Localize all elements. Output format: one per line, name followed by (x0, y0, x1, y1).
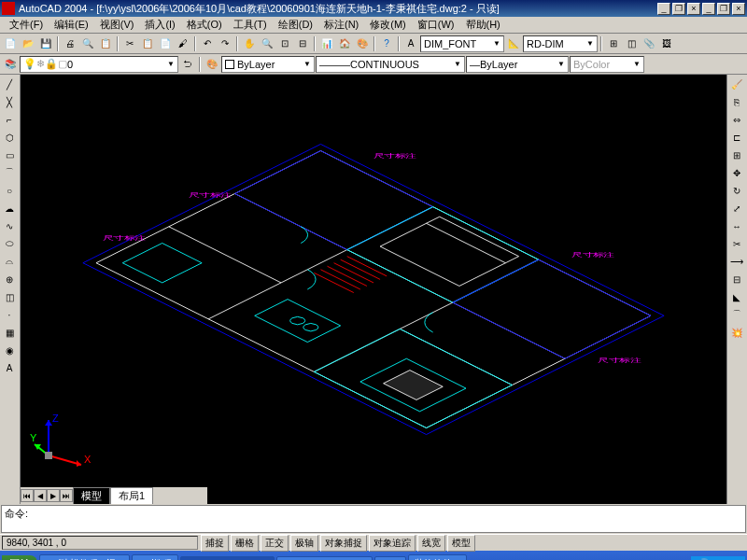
color-icon[interactable]: 🎨 (204, 56, 220, 73)
menu-view[interactable]: 视图(V) (94, 17, 140, 33)
command-line[interactable]: 命令: (1, 505, 746, 533)
help-icon[interactable]: ? (378, 35, 395, 52)
menu-help[interactable]: 帮助(H) (460, 17, 506, 33)
tab-layout1[interactable]: 布局1 (110, 487, 153, 505)
menu-modify[interactable]: 修改(M) (364, 17, 412, 33)
xline-icon[interactable]: ╳ (1, 93, 18, 110)
menu-edit[interactable]: 编辑(E) (49, 17, 94, 33)
pline-icon[interactable]: ⌐ (1, 111, 18, 128)
ellipse-icon[interactable]: ⬭ (1, 235, 18, 252)
fillet-icon[interactable]: ⌒ (728, 306, 745, 323)
block-icon[interactable]: ◫ (623, 35, 640, 52)
rectangle-icon[interactable]: ▭ (1, 147, 18, 163)
move-icon[interactable]: ✥ (728, 164, 745, 181)
scale-icon[interactable]: ⤢ (728, 200, 745, 217)
tab-last-icon[interactable]: ⏭ (60, 489, 73, 502)
drawing-canvas[interactable]: 尺寸标注 尺寸标注 尺寸标注 尺寸标注 尺寸标注 X Y Z (21, 75, 726, 504)
hatch-icon[interactable]: ▦ (1, 324, 18, 341)
dim-style-icon[interactable]: 📐 (505, 35, 522, 52)
lineweight-dropdown[interactable]: — ByLayer ▼ (466, 56, 569, 73)
array-icon[interactable]: ⊞ (728, 147, 745, 163)
tab-first-icon[interactable]: ⏮ (21, 489, 34, 502)
trim-icon[interactable]: ✂ (728, 235, 745, 252)
tool-palette-icon[interactable]: 🎨 (354, 35, 371, 52)
save-icon[interactable]: 💾 (37, 35, 54, 52)
menu-dimension[interactable]: 标注(N) (318, 17, 364, 33)
image-icon[interactable]: 🖼 (658, 35, 675, 52)
publish-icon[interactable]: 📋 (97, 35, 114, 52)
model-toggle[interactable]: 模型 (447, 535, 475, 552)
polygon-icon[interactable]: ⬡ (1, 129, 18, 146)
cut-icon[interactable]: ✂ (121, 35, 138, 52)
revcloud-icon[interactable]: ☁ (1, 200, 18, 217)
tab-next-icon[interactable]: ▶ (47, 489, 60, 502)
insert-block-icon[interactable]: ⊕ (1, 271, 18, 287)
close-button[interactable]: × (687, 3, 700, 15)
preview-icon[interactable]: 🔍 (79, 35, 96, 52)
tab-prev-icon[interactable]: ◀ (34, 489, 47, 502)
minimize-button[interactable]: _ (657, 3, 670, 15)
text-icon[interactable]: A (1, 359, 18, 376)
stretch-icon[interactable]: ↔ (728, 217, 745, 234)
layer-prev-icon[interactable]: ⮌ (179, 56, 196, 73)
grid-toggle[interactable]: 栅格 (231, 535, 259, 552)
point-icon[interactable]: · (1, 306, 18, 323)
mirror-icon[interactable]: ⇔ (728, 111, 745, 128)
arc-icon[interactable]: ⌒ (1, 164, 18, 181)
color-dropdown[interactable]: ByLayer ▼ (221, 56, 315, 73)
rotate-icon[interactable]: ↻ (728, 182, 745, 199)
open-icon[interactable]: 📂 (20, 35, 36, 52)
start-button[interactable]: 开始 (2, 555, 37, 561)
line-icon[interactable]: ╱ (1, 76, 18, 92)
pan-icon[interactable]: ✋ (241, 35, 258, 52)
plotstyle-dropdown[interactable]: ByColor ▼ (570, 56, 644, 73)
layer-manager-icon[interactable]: 📚 (2, 56, 19, 73)
zoom-win-icon[interactable]: ⊡ (276, 35, 293, 52)
menu-insert[interactable]: 插入(I) (139, 17, 180, 33)
taskbar-item[interactable]: 装饰软件... (408, 554, 466, 560)
explode-icon[interactable]: 💥 (728, 324, 745, 341)
spline-icon[interactable]: ∿ (1, 217, 18, 234)
menu-format[interactable]: 格式(O) (181, 17, 228, 33)
doc-restore-button[interactable]: ❐ (717, 3, 730, 15)
print-icon[interactable]: 🖨 (62, 35, 78, 52)
taskbar-item[interactable]: ACDSee v3.1 - 20... (276, 556, 373, 561)
dim-style-dropdown[interactable]: RD-DIM ▼ (523, 35, 598, 52)
ellipse-arc-icon[interactable]: ⌓ (1, 253, 18, 270)
tab-model[interactable]: 模型 (73, 487, 110, 505)
doc-close-button[interactable]: × (732, 3, 745, 15)
chamfer-icon[interactable]: ◣ (728, 288, 745, 305)
osnap-toggle[interactable]: 对象捕捉 (320, 535, 367, 552)
make-block-icon[interactable]: ◫ (1, 288, 18, 305)
zoom-rt-icon[interactable]: 🔍 (259, 35, 275, 52)
menu-tools[interactable]: 工具(T) (228, 17, 273, 33)
extend-icon[interactable]: ⟶ (728, 253, 745, 270)
taskbar-item[interactable]: YYY (374, 556, 406, 561)
doc-minimize-button[interactable]: _ (702, 3, 715, 15)
ortho-toggle[interactable]: 正交 (261, 535, 289, 552)
paste-icon[interactable]: 📄 (157, 35, 174, 52)
menu-draw[interactable]: 绘图(D) (273, 17, 318, 33)
properties-icon[interactable]: 📊 (318, 35, 335, 52)
menu-file[interactable]: 文件(F) (4, 17, 49, 33)
break-icon[interactable]: ⊟ (728, 271, 745, 287)
snap-toggle[interactable]: 捕捉 (201, 535, 229, 552)
redo-icon[interactable]: ↷ (217, 35, 233, 52)
table-icon[interactable]: ⊞ (605, 35, 622, 52)
offset-icon[interactable]: ⊏ (728, 129, 745, 146)
system-tray[interactable]: 🔊 15:35 (691, 556, 745, 561)
design-center-icon[interactable]: 🏠 (336, 35, 353, 52)
layer-dropdown[interactable]: 💡❄🔒▢ 0 ▼ (20, 56, 178, 73)
zoom-prev-icon[interactable]: ⊟ (294, 35, 311, 52)
linetype-dropdown[interactable]: ——— CONTINUOUS ▼ (316, 56, 465, 73)
menu-window[interactable]: 窗口(W) (412, 17, 460, 33)
taskbar-item[interactable]: cad教程 (132, 554, 178, 560)
match-icon[interactable]: 🖌 (175, 35, 191, 52)
otrack-toggle[interactable]: 对象追踪 (369, 535, 416, 552)
text-style-dropdown[interactable]: DIM_FONT ▼ (420, 35, 504, 52)
taskbar-item[interactable]: cad建模教程 - 记... (39, 554, 130, 560)
copy-icon[interactable]: 📋 (139, 35, 156, 52)
copy-obj-icon[interactable]: ⎘ (728, 93, 745, 110)
new-icon[interactable]: 📄 (2, 35, 19, 52)
xref-icon[interactable]: 📎 (641, 35, 657, 52)
